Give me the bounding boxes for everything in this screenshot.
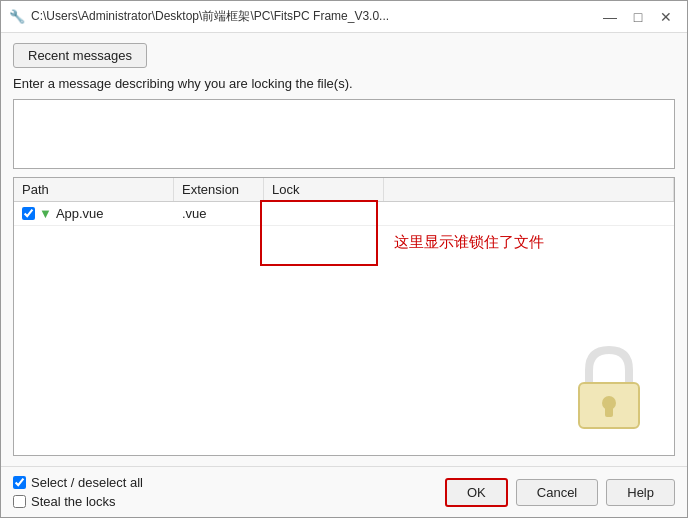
- recent-messages-button[interactable]: Recent messages: [13, 43, 147, 68]
- svg-rect-2: [605, 407, 613, 417]
- title-bar: 🔧 C:\Users\Administrator\Desktop\前端框架\PC…: [1, 1, 687, 33]
- close-button[interactable]: ✕: [653, 6, 679, 28]
- maximize-button[interactable]: □: [625, 6, 651, 28]
- minimize-button[interactable]: —: [597, 6, 623, 28]
- ok-button[interactable]: OK: [445, 478, 508, 507]
- cell-rest: [384, 210, 674, 218]
- col-header-rest: [384, 178, 674, 201]
- steal-locks-checkbox[interactable]: [13, 495, 26, 508]
- steal-locks-label: Steal the locks: [31, 494, 116, 509]
- help-button[interactable]: Help: [606, 479, 675, 506]
- col-header-path: Path: [14, 178, 174, 201]
- cell-lock: [264, 210, 384, 218]
- file-name: App.vue: [56, 206, 104, 221]
- select-all-label: Select / deselect all: [31, 475, 143, 490]
- message-input[interactable]: [13, 99, 675, 169]
- title-bar-left: 🔧 C:\Users\Administrator\Desktop\前端框架\PC…: [9, 8, 389, 25]
- main-window: 🔧 C:\Users\Administrator\Desktop\前端框架\PC…: [0, 0, 688, 518]
- footer-left: Select / deselect all Steal the locks: [13, 475, 445, 509]
- padlock-icon: [574, 345, 644, 425]
- col-header-lock: Lock: [264, 178, 384, 201]
- file-table: Path Extension Lock ▼ App.vue .vue: [13, 177, 675, 456]
- cell-path: ▼ App.vue: [14, 202, 174, 225]
- footer-buttons: OK Cancel Help: [445, 478, 675, 507]
- steal-locks-row: Steal the locks: [13, 494, 445, 509]
- select-all-row: Select / deselect all: [13, 475, 445, 490]
- instruction-label: Enter a message describing why you are l…: [13, 76, 675, 91]
- table-row: ▼ App.vue .vue: [14, 202, 674, 226]
- select-all-checkbox[interactable]: [13, 476, 26, 489]
- table-header: Path Extension Lock: [14, 178, 674, 202]
- annotation-text: 这里显示谁锁住了文件: [394, 233, 544, 252]
- cell-extension: .vue: [174, 202, 264, 225]
- file-icon: ▼: [39, 206, 52, 221]
- title-controls: — □ ✕: [597, 6, 679, 28]
- col-header-extension: Extension: [174, 178, 264, 201]
- footer-checkboxes: Select / deselect all Steal the locks: [13, 475, 445, 509]
- content-area: Recent messages Enter a message describi…: [1, 33, 687, 466]
- cancel-button[interactable]: Cancel: [516, 479, 598, 506]
- footer: Select / deselect all Steal the locks OK…: [1, 466, 687, 517]
- window-title: C:\Users\Administrator\Desktop\前端框架\PC\F…: [31, 8, 389, 25]
- app-icon: 🔧: [9, 9, 25, 25]
- row-checkbox[interactable]: [22, 207, 35, 220]
